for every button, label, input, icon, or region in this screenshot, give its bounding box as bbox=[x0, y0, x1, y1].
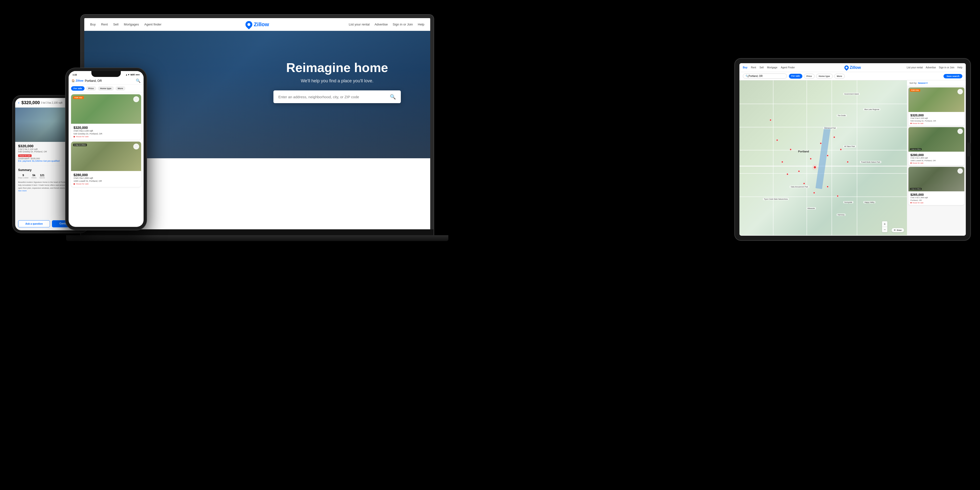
t-nav-buy[interactable]: Buy bbox=[743, 66, 748, 69]
location-display[interactable]: Portland, OR bbox=[85, 79, 102, 83]
filter-for-sale[interactable]: For sale bbox=[71, 86, 84, 91]
map-pin-2[interactable] bbox=[776, 139, 778, 141]
hero-title: Reimagine home bbox=[274, 60, 401, 75]
hero-subtitle: We'll help you find a place you'll love. bbox=[274, 78, 401, 84]
map-pin-15[interactable] bbox=[837, 195, 838, 197]
map-area-harmony: Harmony bbox=[837, 214, 845, 216]
map-draw-button[interactable]: ✏ Draw bbox=[892, 228, 904, 232]
t-filter-price[interactable]: Price bbox=[804, 74, 815, 79]
tablet-listing-3-favorite[interactable]: ♡ bbox=[958, 168, 963, 174]
t-filter-more[interactable]: More bbox=[834, 74, 845, 79]
search-location-text: Portland, OR bbox=[748, 75, 763, 78]
t-nav-rent[interactable]: Rent bbox=[751, 66, 756, 69]
map-river bbox=[816, 127, 831, 189]
tablet-listing-card-1[interactable]: FOR YOU ♡ $320,000 3 bd 3 ba 2,100 sqft … bbox=[908, 88, 964, 126]
map-pin-12[interactable] bbox=[803, 183, 805, 185]
map-road-h5 bbox=[740, 196, 907, 197]
t-sale-dot-2 bbox=[910, 162, 912, 164]
nav-rent[interactable]: Rent bbox=[101, 22, 108, 26]
map-pin-11[interactable] bbox=[847, 161, 849, 163]
tablet-listing-3-specs: 3 bd 2 ba 1,500 sqft bbox=[910, 196, 963, 199]
filter-home-type[interactable]: Home type bbox=[98, 86, 114, 91]
listing-1-info: $320,000 3 bd 3 ba 2,100 sqft 548 Greele… bbox=[71, 124, 141, 140]
sort-label: Sort by: bbox=[910, 82, 917, 84]
nav-help[interactable]: Help bbox=[418, 22, 424, 26]
tablet-listing-card-2[interactable]: 1 day on Zillow ♡ $280,000 3 bd 2 ba 1,8… bbox=[908, 127, 964, 165]
nav-sign-in[interactable]: Sign in or Join bbox=[393, 22, 413, 26]
t-filter-for-sale[interactable]: For sale bbox=[789, 74, 802, 79]
days-listed-stat: 9 Days Listed bbox=[18, 174, 29, 179]
map-pin-6[interactable] bbox=[810, 158, 812, 160]
nav-sell[interactable]: Sell bbox=[113, 22, 119, 26]
tablet-listing-1-address: 548 Greeley Dr, Portland, OR bbox=[910, 120, 963, 122]
phone-center-navbar: 🏠 Zillow Portland, OR 🔍 bbox=[68, 77, 143, 85]
tablet-search-input[interactable]: 🔍 Portland, OR bbox=[743, 73, 787, 79]
nav-list-rental[interactable]: List your rental bbox=[348, 22, 369, 26]
map-pin-8[interactable] bbox=[827, 154, 829, 157]
map-road-v3 bbox=[832, 80, 832, 235]
tablet-listing-3-days: 1 day on Zillow bbox=[910, 188, 922, 190]
t-nav-sell[interactable]: Sell bbox=[759, 66, 764, 69]
map-pin-13[interactable] bbox=[813, 192, 815, 194]
map-area-government-island: Government Island bbox=[843, 93, 860, 95]
t-nav-agent-finder[interactable]: Agent Finder bbox=[781, 66, 795, 69]
map-pin-3[interactable] bbox=[781, 161, 783, 163]
laptop-logo[interactable]: Zillow bbox=[245, 21, 269, 28]
views-label: Views bbox=[31, 177, 37, 179]
tablet-home-button[interactable] bbox=[967, 143, 971, 156]
nav-mortgages[interactable]: Mortgages bbox=[124, 22, 139, 26]
tablet-logo[interactable]: Zillow bbox=[844, 65, 861, 70]
tablet-listing-card-3[interactable]: 1 day on Zillow ♡ $265,000 3 bd 2 ba 1,5… bbox=[908, 167, 964, 205]
map-pin-9[interactable] bbox=[833, 136, 835, 138]
map-pin-large-1[interactable] bbox=[813, 165, 816, 169]
phone-listing-1[interactable]: FOR YOU ♡ $320,000 3 bd 3 ba 2,100 sqft … bbox=[71, 94, 141, 140]
filter-price[interactable]: Price bbox=[86, 86, 96, 91]
map-pin-1[interactable] bbox=[770, 119, 772, 121]
hero-search-input[interactable] bbox=[278, 95, 390, 99]
listing-1-favorite[interactable]: ♡ bbox=[133, 96, 139, 102]
t-filter-home-type[interactable]: Home type bbox=[816, 74, 833, 79]
nav-advertise[interactable]: Advertise bbox=[375, 22, 388, 26]
tablet-screen: Buy Rent Sell Mortgage Agent Finder Zill… bbox=[740, 63, 966, 236]
t-nav-advertise[interactable]: Advertise bbox=[926, 66, 936, 69]
sort-value[interactable]: Newest ▾ bbox=[918, 82, 928, 84]
nav-buy[interactable]: Buy bbox=[90, 22, 95, 26]
for-sale-badge: House for sale bbox=[18, 154, 32, 157]
hero-search-bar[interactable]: 🔍 bbox=[274, 91, 401, 103]
t-nav-help[interactable]: Help bbox=[957, 66, 963, 69]
t-nav-list-rental[interactable]: List your rental bbox=[907, 66, 923, 69]
listing-1-tag: FOR YOU bbox=[73, 96, 84, 99]
tablet-listing-2-favorite[interactable]: ♡ bbox=[958, 129, 963, 134]
tablet-navbar: Buy Rent Sell Mortgage Agent Finder Zill… bbox=[740, 63, 966, 72]
listing-2-price: $280,000 bbox=[73, 173, 139, 177]
map-pin-5[interactable] bbox=[798, 170, 800, 172]
hero-content: Reimagine home We'll help you find a pla… bbox=[274, 60, 401, 103]
map-zoom-in[interactable]: + bbox=[882, 221, 888, 227]
listing-2-favorite[interactable]: ♡ bbox=[133, 143, 139, 150]
t-nav-mortgage[interactable]: Mortgage bbox=[767, 66, 777, 69]
filter-more[interactable]: More bbox=[115, 86, 126, 91]
ask-question-button[interactable]: Ask a question bbox=[18, 220, 50, 228]
nav-agent-finder[interactable]: Agent finder bbox=[144, 22, 161, 26]
listing-specs: 3 bd 3 ba 2,100 sqft bbox=[41, 102, 62, 104]
laptop-base bbox=[66, 235, 449, 241]
phone-listing-2[interactable]: 1 day on Zillow ♡ $280,000 3 bd 2 ba 1,8… bbox=[71, 142, 141, 187]
sale-dot-2 bbox=[73, 183, 75, 185]
zillow-logo-icon-tablet bbox=[843, 64, 850, 70]
save-search-button[interactable]: Save search bbox=[943, 74, 963, 78]
tablet-listing-2-image: 1 day on Zillow ♡ bbox=[908, 127, 964, 152]
t-nav-sign-in[interactable]: Sign in or Join bbox=[939, 66, 954, 69]
map-pin-16[interactable] bbox=[786, 173, 788, 175]
zillow-logo-phone[interactable]: 🏠 Zillow bbox=[72, 79, 83, 82]
tablet-listing-1-favorite[interactable]: ♡ bbox=[958, 89, 963, 94]
tablet-nav-right: List your rental Advertise Sign in or Jo… bbox=[907, 66, 963, 69]
map-zoom-out[interactable]: − bbox=[882, 227, 888, 232]
tablet-listing-2-price: $280,000 bbox=[910, 153, 963, 157]
map-area-blue-lake: Blue Lake Regional bbox=[863, 108, 880, 110]
search-icon-phone[interactable]: 🔍 bbox=[136, 78, 141, 83]
map-pin-14[interactable] bbox=[827, 186, 829, 188]
tablet-map[interactable]: Portland Government Island The Grotto Gl… bbox=[740, 80, 907, 235]
map-area-milwaukie: Milwaukie bbox=[807, 207, 816, 210]
back-icon[interactable]: ‹ bbox=[18, 100, 19, 105]
tablet-listing-3-info: $265,000 3 bd 2 ba 1,500 sqft Portland, … bbox=[908, 191, 964, 205]
